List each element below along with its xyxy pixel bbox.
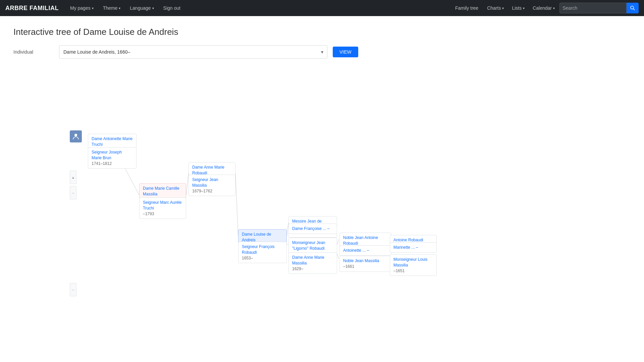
scroll-pink-indicator[interactable]: –	[70, 186, 76, 199]
person-card[interactable]: Dame Anne Marie Massilia 1629–	[288, 252, 337, 274]
nav-mypages[interactable]: My pages ▾	[67, 0, 97, 16]
chevron-down-icon: ▾	[553, 6, 555, 10]
person-card[interactable]: Marinette ... –	[390, 242, 437, 253]
svg-line-1	[633, 9, 635, 10]
nav-theme[interactable]: Theme ▾	[100, 0, 124, 16]
tree-area: ▲ – – Dame Antoinette Marie Truchi 1739–…	[13, 67, 631, 301]
main-content: Interactive tree of Dame Louise de Andre…	[0, 16, 644, 312]
individual-select[interactable]: Dame Louise de Andreis, 1660–	[59, 45, 327, 59]
navbar: ARBRE FAMILIAL My pages ▾ Theme ▾ Langua…	[0, 0, 644, 16]
page-title: Interactive tree of Dame Louise de Andre…	[13, 27, 631, 37]
svg-point-2	[74, 134, 77, 136]
person-card[interactable]: Dame Françoise ... –	[288, 224, 337, 234]
chevron-down-icon: ▾	[119, 6, 120, 10]
nav-lists[interactable]: Lists ▾	[508, 0, 528, 16]
nav-familytree[interactable]: Family tree	[451, 0, 482, 16]
person-card[interactable]: Seigneur Jean Massilia 1679–1762	[189, 175, 235, 196]
search-button[interactable]	[627, 3, 639, 13]
avatar-area	[70, 130, 83, 142]
chevron-down-icon: ▾	[502, 6, 504, 10]
person-icon	[72, 133, 79, 140]
svg-line-9	[337, 254, 339, 259]
brand-logo[interactable]: ARBRE FAMILIAL	[5, 5, 59, 12]
person-card[interactable]: Seigneur Joseph Marie Brun 1741–1812	[88, 147, 137, 169]
person-card[interactable]: Monseigneur Louis Massilia –1651	[390, 254, 437, 276]
chevron-down-icon: ▾	[92, 6, 94, 10]
svg-line-5	[235, 173, 238, 236]
search-icon	[630, 6, 635, 10]
svg-line-4	[186, 173, 189, 195]
scroll-minus-control[interactable]: –	[70, 283, 76, 296]
individual-select-container: Dame Louise de Andreis, 1660– ▾	[59, 45, 327, 59]
svg-line-8	[337, 239, 339, 244]
scroll-up-control[interactable]: ▲	[70, 171, 76, 184]
view-button[interactable]: VIEW	[333, 47, 358, 57]
individual-label: Individual	[13, 49, 54, 55]
chevron-down-icon: ▾	[523, 6, 525, 10]
navbar-right: Family tree Charts ▾ Lists ▾ Calendar ▾	[451, 0, 639, 16]
search-container	[559, 3, 639, 13]
nav-calendar[interactable]: Calendar ▾	[529, 0, 558, 16]
search-input[interactable]	[559, 3, 627, 13]
nav-charts[interactable]: Charts ▾	[484, 0, 507, 16]
person-card[interactable]: Seigneur Marc Aurèle Truchi –1793	[139, 197, 186, 219]
person-card[interactable]: Seigneur François Robaudi 1653–	[238, 242, 287, 263]
person-card[interactable]: Antoinette ... –	[339, 245, 391, 256]
person-card[interactable]: Noble Jean Massilia –1661	[339, 256, 391, 272]
nav-language[interactable]: Language ▾	[126, 0, 157, 16]
chevron-down-icon: ▾	[152, 6, 154, 10]
nav-signout[interactable]: Sign out	[160, 0, 184, 16]
avatar-icon	[70, 130, 82, 142]
individual-form-row: Individual Dame Louise de Andreis, 1660–…	[13, 45, 631, 59]
